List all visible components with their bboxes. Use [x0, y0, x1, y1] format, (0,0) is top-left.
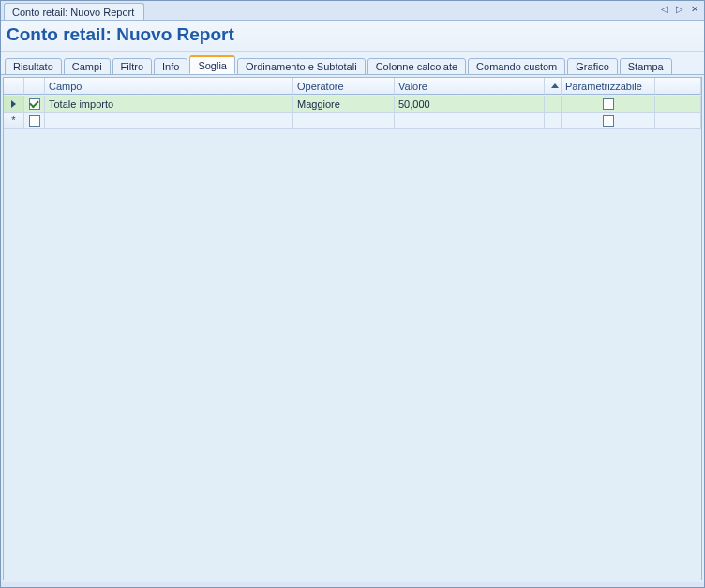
tab-label: Grafico: [576, 61, 608, 72]
tab-ordinamento[interactable]: Ordinamento e Subtotali: [237, 58, 366, 75]
row-indicator-header: [4, 78, 24, 95]
param-checkbox[interactable]: [603, 115, 614, 127]
tab-label: Ordinamento e Subtotali: [246, 61, 357, 72]
cell-filler: [655, 113, 701, 129]
tab-label: Campi: [72, 61, 102, 72]
tabstrip: Risultato Campi Filtro Info Soglia Ordin…: [1, 52, 704, 75]
tab-filtro[interactable]: Filtro: [112, 58, 152, 75]
tab-label: Comando custom: [476, 61, 557, 72]
row-indicator: [4, 96, 24, 113]
close-icon[interactable]: ✕: [689, 3, 700, 14]
prev-icon[interactable]: ◁: [659, 3, 670, 14]
page-title: Conto retail: Nuovo Report: [7, 24, 698, 45]
tab-label: Soglia: [198, 60, 227, 71]
window-tab-label: Conto retail: Nuovo Report: [12, 7, 134, 18]
cell-parametrizzabile[interactable]: [562, 96, 655, 113]
cell-operatore[interactable]: [293, 113, 395, 129]
tab-label: Colonne calcolate: [376, 61, 458, 72]
cell-valore[interactable]: [395, 113, 545, 129]
tab-risultato[interactable]: Risultato: [5, 58, 62, 75]
cell-valore[interactable]: 50,000: [395, 96, 545, 113]
table-row[interactable]: Totale importo Maggiore 50,000: [4, 96, 701, 113]
new-row-icon: *: [11, 115, 15, 126]
row-checkbox[interactable]: [29, 115, 40, 127]
page-header: Conto retail: Nuovo Report: [1, 21, 704, 52]
current-row-icon: [11, 100, 16, 108]
tab-soglia[interactable]: Soglia: [189, 55, 235, 74]
sort-asc-icon: [551, 83, 559, 88]
row-checkbox-cell[interactable]: [24, 96, 45, 113]
param-checkbox[interactable]: [603, 98, 614, 110]
col-header-filler: [655, 78, 701, 95]
grid-header: Campo Operatore Valore Parametrizzabile: [4, 78, 701, 95]
tab-label: Filtro: [121, 61, 143, 72]
row-checkbox[interactable]: [29, 98, 40, 110]
grid-body: Totale importo Maggiore 50,000 *: [4, 96, 701, 580]
tab-stampa[interactable]: Stampa: [620, 58, 672, 75]
table-new-row[interactable]: *: [4, 113, 701, 129]
tab-campi[interactable]: Campi: [64, 58, 111, 75]
threshold-grid: Campo Operatore Valore Parametrizzabile …: [3, 77, 702, 580]
cell-campo[interactable]: Totale importo: [45, 96, 293, 113]
col-header-parametrizzabile[interactable]: Parametrizzabile: [562, 78, 655, 95]
tab-comando[interactable]: Comando custom: [468, 58, 565, 75]
col-header-operatore[interactable]: Operatore: [293, 78, 395, 95]
tab-colonne[interactable]: Colonne calcolate: [368, 58, 466, 75]
tab-info[interactable]: Info: [154, 58, 188, 75]
checkbox-header: [24, 78, 45, 95]
cell-spacer: [545, 96, 562, 113]
next-icon[interactable]: ▷: [674, 3, 685, 14]
col-header-valore[interactable]: Valore: [395, 78, 545, 95]
sort-indicator[interactable]: [545, 78, 562, 95]
tab-label: Stampa: [628, 61, 664, 72]
cell-parametrizzabile[interactable]: [562, 113, 655, 129]
row-checkbox-cell[interactable]: [24, 113, 45, 129]
grid-area: Campo Operatore Valore Parametrizzabile …: [1, 75, 704, 582]
cell-filler: [655, 96, 701, 113]
cell-spacer: [545, 113, 562, 129]
tab-label: Risultato: [13, 61, 53, 72]
cell-campo[interactable]: [45, 113, 293, 129]
window-controls: ◁ ▷ ✕: [659, 3, 700, 14]
tab-label: Info: [162, 61, 179, 72]
window-tabbar: Conto retail: Nuovo Report ◁ ▷ ✕: [1, 1, 704, 21]
col-header-campo[interactable]: Campo: [45, 78, 293, 95]
tab-grafico[interactable]: Grafico: [567, 58, 617, 75]
window-tab[interactable]: Conto retail: Nuovo Report: [4, 3, 144, 20]
row-indicator: *: [4, 113, 24, 129]
cell-operatore[interactable]: Maggiore: [293, 96, 395, 113]
